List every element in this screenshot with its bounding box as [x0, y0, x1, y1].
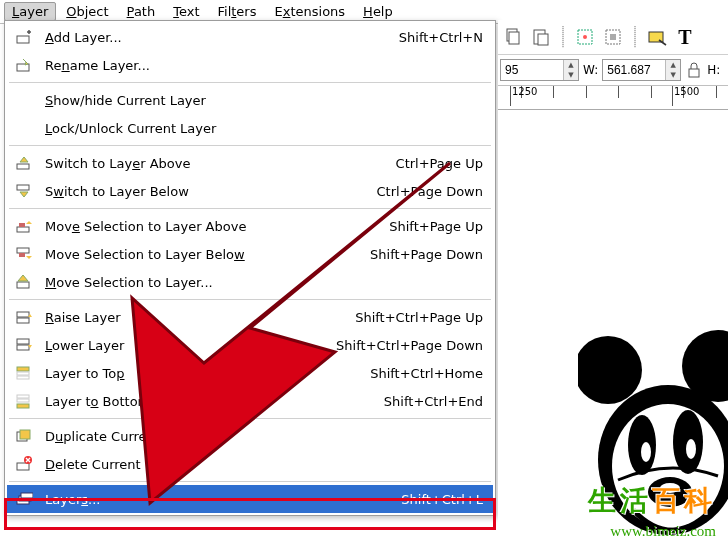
- menu-item-switch-to-layer-below[interactable]: Switch to Layer BelowCtrl+Page Down: [7, 177, 493, 205]
- menu-item-label: Move Selection to Layer Below: [45, 247, 358, 262]
- rectangle-tool-icon[interactable]: [646, 26, 668, 48]
- spin-up-icon[interactable]: ▲: [666, 60, 680, 70]
- svg-rect-18: [17, 395, 29, 398]
- svg-rect-14: [17, 372, 29, 375]
- svg-rect-17: [17, 399, 29, 402]
- menu-item-label: Lock/Unlock Current Layer: [45, 121, 471, 136]
- spin-up-icon[interactable]: ▲: [564, 60, 578, 70]
- menu-item-lock-unlock-current-layer[interactable]: Lock/Unlock Current Layer: [7, 114, 493, 142]
- menu-item-shortcut: Shift+Page Up: [389, 219, 483, 234]
- menu-item-show-hide-current-layer[interactable]: Show/hide Current Layer: [7, 86, 493, 114]
- menu-item-switch-to-layer-above[interactable]: Switch to Layer AboveCtrl+Page Up: [7, 149, 493, 177]
- ruler-tick-label: 1250: [512, 86, 537, 97]
- svg-rect-33: [610, 34, 616, 40]
- menu-item-label: Layer to Bottom: [45, 394, 372, 409]
- width-label: W:: [583, 63, 598, 77]
- arrow-up-icon: [13, 154, 35, 172]
- text-tool-icon[interactable]: T: [674, 26, 696, 48]
- menu-item-label: Show/hide Current Layer: [45, 93, 471, 108]
- value-left-input[interactable]: [501, 60, 563, 80]
- width-input[interactable]: [603, 60, 665, 80]
- paste-icon[interactable]: [530, 26, 552, 48]
- svg-rect-15: [17, 376, 29, 379]
- watermark-text: 生活百科: [588, 482, 716, 520]
- menu-item-duplicate-current-layer[interactable]: Duplicate Current Layer: [7, 422, 493, 450]
- svg-point-40: [628, 415, 656, 475]
- watermark-url: www.bimeiz.com: [610, 523, 716, 540]
- svg-rect-10: [17, 312, 29, 317]
- toolbar-separator: [634, 26, 636, 48]
- move-to-icon: [13, 273, 35, 291]
- menu-item-layer-to-top[interactable]: Layer to TopShift+Ctrl+Home: [7, 359, 493, 387]
- menu-item-layers[interactable]: Layers...Shift+Ctrl+L: [7, 485, 493, 513]
- svg-rect-8: [17, 282, 29, 288]
- svg-rect-20: [20, 430, 30, 439]
- menubar-item-extensions[interactable]: Extensions: [266, 2, 353, 21]
- menu-item-move-selection-to-layer-below[interactable]: Move Selection to Layer BelowShift+Page …: [7, 240, 493, 268]
- menu-item-label: Move Selection to Layer Above: [45, 219, 377, 234]
- menu-item-lower-layer[interactable]: Lower LayerShift+Ctrl+Page Down: [7, 331, 493, 359]
- width-spinner[interactable]: ▲▼: [602, 59, 681, 81]
- menu-separator: [9, 481, 491, 482]
- menu-item-move-selection-to-layer[interactable]: Move Selection to Layer...: [7, 268, 493, 296]
- menu-item-label: Layer to Top: [45, 366, 358, 381]
- svg-rect-7: [19, 253, 25, 257]
- zoom-fit-icon[interactable]: [574, 26, 596, 48]
- blank-icon: [13, 91, 35, 109]
- menu-item-delete-current-layer[interactable]: Delete Current Layer: [7, 450, 493, 478]
- layers-icon: [13, 490, 35, 508]
- ruler-horizontal: 12501500: [498, 86, 728, 110]
- menu-item-label: Lower Layer: [45, 338, 324, 353]
- rename-icon: [13, 56, 35, 74]
- svg-point-42: [641, 442, 651, 462]
- menu-item-label: Switch to Layer Above: [45, 156, 384, 171]
- svg-rect-35: [689, 69, 699, 77]
- menu-separator: [9, 82, 491, 83]
- menu-item-rename-layer[interactable]: Rename Layer...: [7, 51, 493, 79]
- menu-item-shortcut: Shift+Ctrl+L: [401, 492, 483, 507]
- svg-rect-9: [17, 318, 29, 323]
- lock-icon[interactable]: [685, 59, 703, 81]
- menubar-item-filters[interactable]: Filters: [209, 2, 264, 21]
- svg-rect-6: [17, 248, 29, 253]
- top-icon: [13, 364, 35, 382]
- menu-item-raise-layer[interactable]: Raise LayerShift+Ctrl+Page Up: [7, 303, 493, 331]
- menu-separator: [9, 418, 491, 419]
- menu-separator: [9, 208, 491, 209]
- menubar-item-layer[interactable]: Layer: [4, 2, 56, 21]
- menu-item-move-selection-to-layer-above[interactable]: Move Selection to Layer AboveShift+Page …: [7, 212, 493, 240]
- svg-rect-29: [538, 34, 548, 45]
- menubar-item-help[interactable]: Help: [355, 2, 401, 21]
- svg-rect-13: [17, 367, 29, 371]
- svg-point-31: [583, 35, 587, 39]
- value-left-spinner[interactable]: ▲▼: [500, 59, 579, 81]
- svg-rect-27: [509, 32, 519, 44]
- menu-item-shortcut: Shift+Ctrl+N: [399, 30, 483, 45]
- zoom-page-icon[interactable]: [602, 26, 624, 48]
- move-up-icon: [13, 217, 35, 235]
- svg-rect-25: [21, 493, 33, 498]
- menu-item-shortcut: Shift+Ctrl+Page Down: [336, 338, 483, 353]
- menu-item-label: Rename Layer...: [45, 58, 471, 73]
- menu-item-shortcut: Shift+Ctrl+Home: [370, 366, 483, 381]
- menu-item-layer-to-bottom[interactable]: Layer to BottomShift+Ctrl+End: [7, 387, 493, 415]
- bottom-icon: [13, 392, 35, 410]
- add-layer-icon: [13, 28, 35, 46]
- menu-item-add-layer[interactable]: Add Layer...Shift+Ctrl+N: [7, 23, 493, 51]
- raise-icon: [13, 308, 35, 326]
- menu-separator: [9, 299, 491, 300]
- menubar-item-object[interactable]: Object: [58, 2, 116, 21]
- spin-down-icon[interactable]: ▼: [564, 70, 578, 80]
- menubar-item-path[interactable]: Path: [119, 2, 164, 21]
- menubar-item-text[interactable]: Text: [165, 2, 207, 21]
- lower-icon: [13, 336, 35, 354]
- menu-item-shortcut: Shift+Ctrl+End: [384, 394, 483, 409]
- svg-rect-3: [17, 185, 29, 190]
- svg-rect-1: [17, 64, 29, 71]
- svg-rect-4: [17, 227, 29, 232]
- svg-point-36: [578, 336, 642, 404]
- layer-dropdown-menu[interactable]: Add Layer...Shift+Ctrl+NRename Layer...S…: [4, 20, 496, 516]
- svg-rect-0: [17, 36, 29, 43]
- copy-icon[interactable]: [502, 26, 524, 48]
- spin-down-icon[interactable]: ▼: [666, 70, 680, 80]
